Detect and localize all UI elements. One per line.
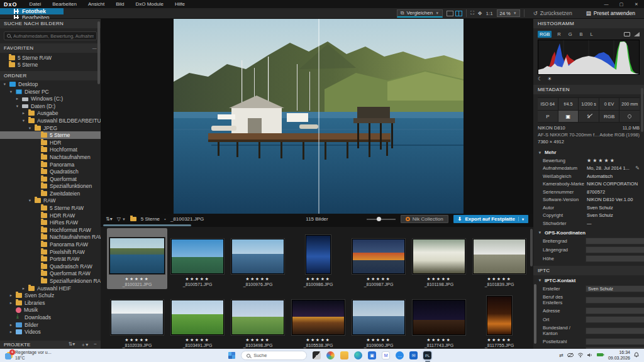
store-icon[interactable]: ▣ [368,351,376,359]
star-rating[interactable]: ★★★★★ [306,277,330,282]
chat-app-icon[interactable]: … [396,351,404,359]
thumbnail-cell[interactable]: ★★★★★ _8101839.JPG [469,228,530,289]
notification-bell-icon[interactable] [634,352,639,359]
mail-icon[interactable]: ✉ [409,351,418,359]
filmstrip-vscrollbar[interactable] [530,229,533,266]
thumbnail-cell[interactable]: ★★★★★ _8102039.JPG [107,289,167,350]
thumbnail-cell[interactable]: ★★★★★ _8109090.JPG [348,289,409,350]
thumbnail-cell[interactable]: ★★★★★ _8100321.JPG [107,228,167,289]
metadata-header[interactable]: METADATEN [533,85,644,94]
minimize-icon[interactable]: — [599,2,614,6]
folder-tree-item[interactable]: 5 Sterne [0,131,101,139]
star-rating[interactable]: ★★★★★ [125,337,149,343]
thumbnail-image[interactable] [231,239,284,274]
thumbnail-image[interactable] [306,235,331,274]
thumbnail-image[interactable] [171,300,224,335]
projects-header[interactable]: PROJEKTE [4,342,30,348]
more-section-toggle[interactable]: ▾ Mehr [533,147,644,156]
expand-arrow-icon[interactable]: ▾ [9,89,13,94]
channel-button[interactable]: B [578,31,585,38]
folder-tree-item[interactable]: Zweitdateien [0,190,101,197]
folder-tree-item[interactable]: Spezialfunktionen [0,183,101,190]
folder-tree-item[interactable]: ▾ JPEG [0,124,101,132]
channel-button[interactable]: R [555,31,562,38]
thumbnail-cell[interactable]: ★★★★★ _8101198.JPG [409,228,469,289]
photo-harbor-scene[interactable] [174,19,464,214]
menu-item[interactable]: Bild [110,1,130,7]
zoom-1to1[interactable]: 1:1 [486,11,492,16]
star-rating[interactable]: ★★★★★ [366,277,391,282]
channel-button[interactable]: G [567,31,574,38]
thumbnail-cell[interactable]: ★★★★★ _8103498.JPG [228,289,288,350]
folder-tree-item[interactable]: Porträt RAW [0,255,101,263]
sort-projects-icon[interactable]: ⇅▾ [69,341,75,348]
folder-tree-item[interactable]: HiRes RAW [0,219,101,226]
expand-arrow-icon[interactable]: ▾ [28,198,32,203]
expand-arrow-icon[interactable]: ▾ [21,118,26,123]
folder-tree-item[interactable]: ▸ Ausgabe [0,110,101,118]
star-rating[interactable]: ★★★★★ [426,337,451,343]
remove-project-icon[interactable]: − [94,341,97,348]
folder-tree-item[interactable]: ▸ Sven Schulz [0,292,101,299]
thumbnail-cell[interactable]: ★★★★★ _8100987.JPG [348,228,409,289]
expand-arrow-icon[interactable]: ▸ [21,286,26,291]
thumbnail-image[interactable] [292,300,345,335]
star-rating[interactable]: ★★★★★ [245,337,270,343]
shadow-clipping-icon[interactable]: ☾ [538,76,542,82]
taskbar-search[interactable]: Suche [241,351,307,360]
expand-arrow-icon[interactable]: ▾ [15,104,19,109]
gps-input[interactable] [586,255,644,262]
edge-icon[interactable] [354,351,362,359]
folder-tree-item[interactable]: Nachtaufnahmen [0,153,101,161]
start-button[interactable] [228,352,235,359]
star-rating[interactable]: ★★★★★ [185,277,209,282]
thumbnail-image[interactable] [171,239,224,274]
folder-tree-item[interactable]: ▸ Auswahl HEIF [0,285,101,292]
chevron-down-icon[interactable]: ▾ [518,217,524,221]
expand-arrow-icon[interactable]: ▾ [3,82,7,87]
expand-arrow-icon[interactable]: ▸ [15,96,19,101]
hidden-icons-icon[interactable] [567,353,574,359]
star-rating[interactable]: ★★★★★ [426,277,451,282]
split-view-icon[interactable] [455,11,462,16]
collapse-icon[interactable]: — [92,46,97,50]
folder-tree-item[interactable]: HDR RAW [0,212,101,219]
iptc-input[interactable] [586,307,644,314]
folder-tree-item[interactable]: Musik [0,307,101,314]
thumbnail-cell[interactable]: ★★★★★ _8117755.JPG [469,289,530,350]
app-m-icon[interactable]: M [382,351,390,359]
apply-preset-button[interactable]: ▤ Preset anwenden [581,10,640,16]
fit-screen-icon[interactable]: ⛶ [470,10,474,16]
folder-tree-item[interactable]: Quadratisch RAW [0,263,101,270]
iptc-input[interactable] [586,327,644,334]
menu-item[interactable]: Hilfe [169,1,191,7]
expand-arrow-icon[interactable]: ▸ [9,329,13,334]
folder-tree-item[interactable]: ▸ Bilder [0,321,101,329]
folder-tree-item[interactable]: 5 Sterne RAW [0,204,101,212]
histogram-header[interactable]: HISTOGRAMM [533,19,644,28]
folder-tree-item[interactable]: ▾ Daten (D:) [0,102,101,110]
folder-tree-item[interactable]: Hochformat RAW [0,226,101,234]
taskbar-clock[interactable]: 16:34 09.03.2026 [608,350,630,361]
battery-icon[interactable] [597,353,604,358]
menu-item[interactable]: DxO Module [130,1,169,7]
panel-scrollbar[interactable] [641,88,643,132]
folder-tree-item[interactable]: ▾ Dieser PC [0,88,101,96]
star-rating[interactable]: ★★★★★ [487,337,511,343]
expand-arrow-icon[interactable]: ▸ [9,322,13,327]
weather-widget[interactable]: 4 Regentage vor u... 18°C [0,350,101,361]
star-rating[interactable]: ★★★★★ [245,277,270,282]
expand-arrow-icon[interactable]: ▸ [21,111,26,116]
thumbnail-image[interactable] [352,300,405,335]
favorite-item[interactable]: 5 Sterne [0,62,101,69]
volume-icon[interactable] [587,353,593,359]
folder-tree-item[interactable]: Quadratisch [0,168,101,175]
star-rating[interactable]: ★★★★★ [487,277,511,282]
search-input[interactable] [13,33,94,39]
sort-icon[interactable]: ⇅▾ [106,216,113,222]
thumbnail-image[interactable] [413,239,465,274]
nik-collection-button[interactable]: Nik Collection [401,215,448,223]
expand-arrow-icon[interactable]: ▾ [28,126,32,131]
wifi-icon[interactable] [577,353,584,359]
folder-tree-item[interactable]: Hochformat [0,146,101,154]
